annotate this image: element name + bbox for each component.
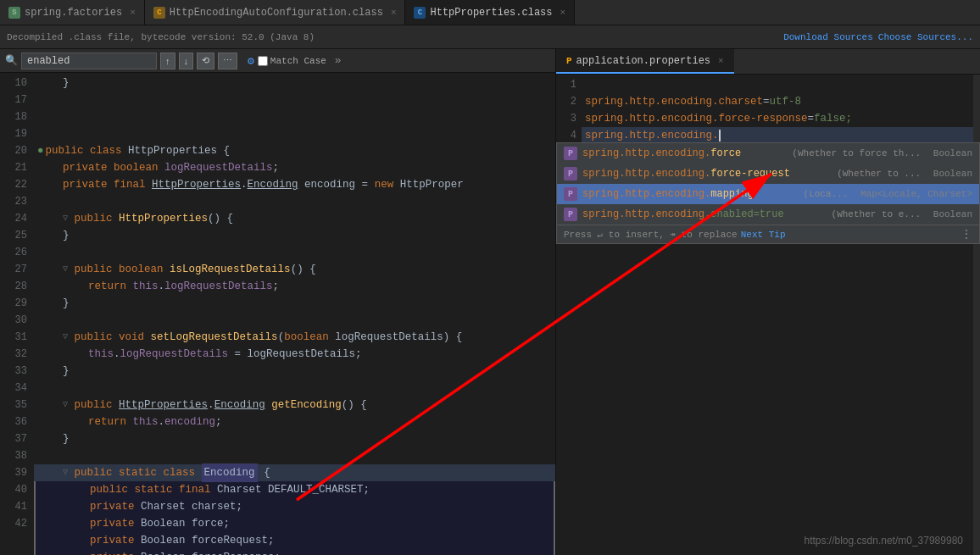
ac-item-1[interactable]: P spring.http.encoding.force-request (Wh… [557,164,979,184]
right-tab-bar: P application.properties × [556,49,980,75]
search-bar: 🔍 ↑ ↓ ⟲ ⋯ ⚙ Match Case » [0,49,555,73]
code-line-32: ▽ public HttpProperties.Encoding getEnco… [34,397,555,413]
code-line-33: return this.encoding; [34,413,555,430]
right-code-area: 1 2 3 4 spring.http.encoding.charset=utf… [556,75,980,555]
code-line-24: ▽ public boolean isLogRequestDetails() { [34,261,555,278]
search-icon: 🔍 [5,54,18,67]
ac-item-0[interactable]: P spring.http.encoding.force (Whether to… [557,143,979,164]
tab-bar: S spring.factories × C HttpEncodingAutoC… [0,0,980,25]
code-line-blank2 [34,108,555,125]
code-line-30: } [34,363,555,380]
right-tab-close[interactable]: × [718,56,724,66]
right-tab-icon: P [566,56,572,66]
code-line-26: } [34,295,555,312]
website-footer: https://blog.csdn.net/m0_37989980 [805,535,963,547]
tab-icon-encoding: C [153,7,165,19]
right-line-3: spring.http.encoding.force-response=fals… [582,110,980,127]
ac-footer-text: Press ↵ to insert, ↠ to replace [564,229,738,240]
tab-http-encoding[interactable]: C HttpEncodingAutoConfiguration.class × [145,0,406,25]
ac-type-0: (Whether to force th... Boolean [792,148,972,158]
code-line-29: this.logRequestDetails = logRequestDetai… [34,346,555,363]
code-line-blank3 [34,125,555,142]
code-content: } ● public class HttpProperties { privat… [34,73,555,555]
ac-type-1: (Whether to ... Boolean [837,169,972,179]
toolbar-info: Decompiled .class file, bytecode version… [7,32,778,42]
code-line-17: ● public class HttpProperties { [34,142,555,159]
right-line-1 [582,76,980,93]
search-options-btn[interactable]: ⋯ [218,53,237,69]
code-line-28: ▽ public void setLogRequestDetails(boole… [34,329,555,346]
ac-next-tip[interactable]: Next Tip [741,230,786,240]
match-case-label: Match Case [258,56,326,66]
code-line-41: private Boolean forceResponse; [34,549,555,555]
code-line-38: private Charset charset; [34,498,555,515]
tab-close-spring[interactable]: × [130,8,136,18]
ac-footer: Press ↵ to insert, ↠ to replace Next Tip… [557,225,979,243]
tab-label-encoding: HttpEncodingAutoConfiguration.class [170,7,383,19]
filter-icon: ⚙ [248,54,254,68]
search-input[interactable] [21,53,157,69]
code-line-36: ▽ public static class Encoding { [34,464,555,481]
tab-label-properties: HttpProperties.class [430,7,552,19]
ac-item-3[interactable]: P spring.http.encoding.enabled=true (Whe… [557,204,979,225]
right-line-4: spring.http.encoding. [582,127,980,144]
toolbar: Decompiled .class file, bytecode version… [0,25,980,49]
main-layout: 🔍 ↑ ↓ ⟲ ⋯ ⚙ Match Case » 10 17 [0,49,980,555]
code-line-27 [34,312,555,329]
ac-type-3: (Whether to e... Boolean [832,209,972,219]
right-line-numbers: 1 2 3 4 [556,75,582,144]
ac-type-2: (Loca... Map<Locale, Charset> [804,189,972,199]
choose-sources-link[interactable]: Choose Sources... [878,32,973,42]
cursor [719,130,721,142]
ac-icon-0: P [564,147,577,160]
code-line-39: private Boolean force; [34,515,555,532]
tab-close-properties[interactable]: × [560,8,566,18]
match-case-text: Match Case [270,56,326,66]
green-dot-17: ● [37,142,44,159]
match-case-checkbox[interactable] [258,56,268,66]
ac-menu-icon[interactable]: ⋮ [961,227,972,241]
code-line-20 [34,193,555,210]
code-line-35 [34,447,555,464]
search-next-btn[interactable]: ↓ [179,53,194,69]
code-line-blank1 [34,92,555,108]
code-line-22: } [34,227,555,244]
tab-http-properties[interactable]: C HttpProperties.class × [405,0,575,25]
code-panel: 🔍 ↑ ↓ ⟲ ⋯ ⚙ Match Case » 10 17 [0,49,556,555]
right-tab-label: application.properties [576,55,710,67]
tab-icon-properties: C [414,7,426,19]
autocomplete-dropdown: P spring.http.encoding.force (Whether to… [556,142,980,244]
line-numbers: 10 17 18 19 20 21 22 23 24 25 26 27 28 [0,73,34,555]
code-area: 10 17 18 19 20 21 22 23 24 25 26 27 28 [0,73,555,555]
code-line-21: ▽ public HttpProperties() { [34,210,555,227]
code-line-18: private boolean logRequestDetails; [34,159,555,176]
tab-spring-factories[interactable]: S spring.factories × [0,0,145,25]
code-line-25: return this.logRequestDetails; [34,278,555,295]
tab-label-spring: spring.factories [25,7,122,19]
ac-icon-3: P [564,208,577,221]
search-prev-btn[interactable]: ↑ [160,53,175,69]
ac-icon-2: P [564,187,577,201]
expand-icon[interactable]: » [335,54,342,67]
code-line-37: public static final Charset DEFAULT_CHAR… [34,481,555,498]
code-line-40: private Boolean forceRequest; [34,532,555,549]
code-line-10: } [34,75,555,92]
download-sources-link[interactable]: Download Sources [783,32,873,42]
ac-icon-1: P [564,167,577,180]
code-line-23 [34,244,555,261]
code-line-31 [34,380,555,397]
right-panel: P application.properties × 1 2 3 4 sprin… [556,49,980,555]
right-tab-app-properties[interactable]: P application.properties × [556,49,734,74]
tab-icon-spring: S [8,7,20,19]
tab-close-encoding[interactable]: × [391,8,397,18]
right-line-2: spring.http.encoding.charset=utf-8 [582,93,980,110]
code-line-19: private final HttpProperties.Encoding en… [34,176,555,193]
search-wrap-btn[interactable]: ⟲ [197,53,214,69]
ac-item-2[interactable]: P spring.http.encoding.mapping (Loca... … [557,184,979,204]
code-line-34: } [34,430,555,447]
